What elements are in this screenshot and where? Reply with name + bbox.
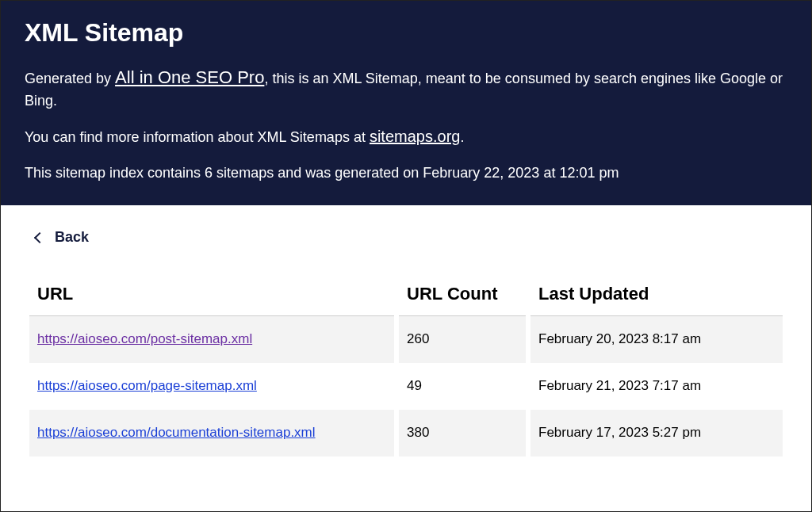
- sitemap-url-link[interactable]: https://aioseo.com/page-sitemap.xml: [37, 378, 257, 393]
- sitemap-url-link[interactable]: https://aioseo.com/documentation-sitemap…: [37, 425, 316, 440]
- col-header-count: URL Count: [399, 284, 526, 316]
- text: Generated by: [25, 71, 115, 86]
- back-button[interactable]: Back: [36, 229, 89, 246]
- cell-count: 260: [399, 316, 526, 363]
- sitemap-header: XML Sitemap Generated by All in One SEO …: [1, 1, 811, 205]
- col-header-updated: Last Updated: [530, 284, 783, 316]
- cell-url: https://aioseo.com/post-sitemap.xml: [29, 316, 394, 363]
- content-area: Back URL URL Count Last Updated https://…: [1, 205, 811, 457]
- cell-updated: February 21, 2023 7:17 am: [530, 363, 783, 410]
- header-line-1: Generated by All in One SEO Pro, this is…: [25, 65, 787, 111]
- cell-count: 380: [399, 410, 526, 457]
- sitemaps-org-link[interactable]: sitemaps.org: [370, 128, 461, 145]
- header-line-3: This sitemap index contains 6 sitemaps a…: [25, 162, 787, 183]
- cell-count: 49: [399, 363, 526, 410]
- sitemap-table: URL URL Count Last Updated https://aiose…: [25, 284, 787, 457]
- col-header-url: URL: [29, 284, 394, 316]
- cell-updated: February 20, 2023 8:17 am: [530, 316, 783, 363]
- text: You can find more information about XML …: [25, 129, 370, 145]
- header-line-2: You can find more information about XML …: [25, 125, 787, 148]
- text: .: [460, 129, 464, 145]
- sitemap-url-link[interactable]: https://aioseo.com/post-sitemap.xml: [37, 331, 252, 346]
- table-row: https://aioseo.com/documentation-sitemap…: [29, 410, 783, 457]
- page-title: XML Sitemap: [25, 18, 787, 48]
- table-row: https://aioseo.com/page-sitemap.xml49Feb…: [29, 363, 783, 410]
- table-row: https://aioseo.com/post-sitemap.xml260Fe…: [29, 316, 783, 363]
- cell-updated: February 17, 2023 5:27 pm: [530, 410, 783, 457]
- cell-url: https://aioseo.com/page-sitemap.xml: [29, 363, 394, 410]
- back-label: Back: [55, 229, 89, 246]
- cell-url: https://aioseo.com/documentation-sitemap…: [29, 410, 394, 457]
- aioseo-link[interactable]: All in One SEO Pro: [115, 67, 264, 87]
- chevron-left-icon: [34, 232, 45, 243]
